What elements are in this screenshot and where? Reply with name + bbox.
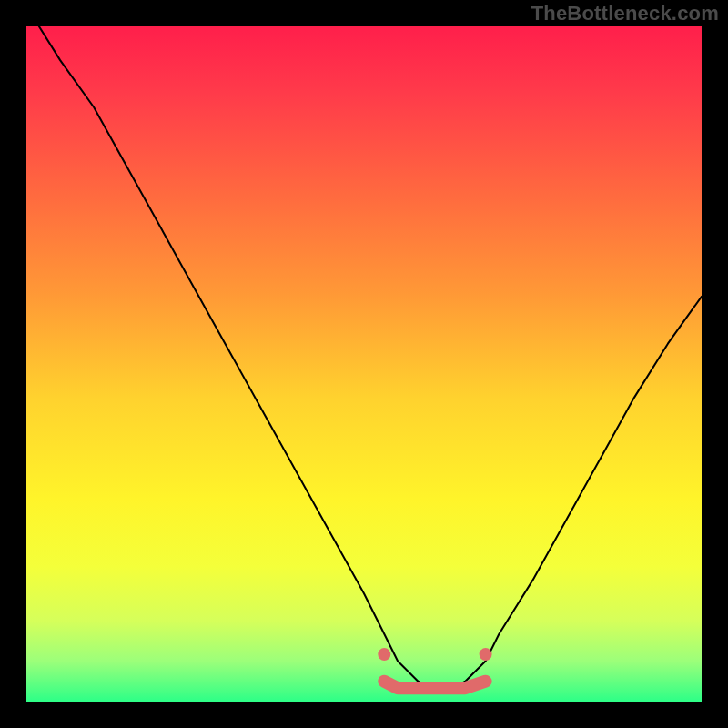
bottleneck-chart: [0, 0, 728, 728]
marker-endpoint-right: [480, 648, 492, 661]
optimal-range-marker: [384, 682, 485, 689]
chart-stage: TheBottleneck.com: [0, 0, 728, 728]
plot-background: [26, 26, 702, 702]
marker-endpoint-left: [378, 648, 390, 661]
watermark-label: TheBottleneck.com: [531, 2, 719, 25]
